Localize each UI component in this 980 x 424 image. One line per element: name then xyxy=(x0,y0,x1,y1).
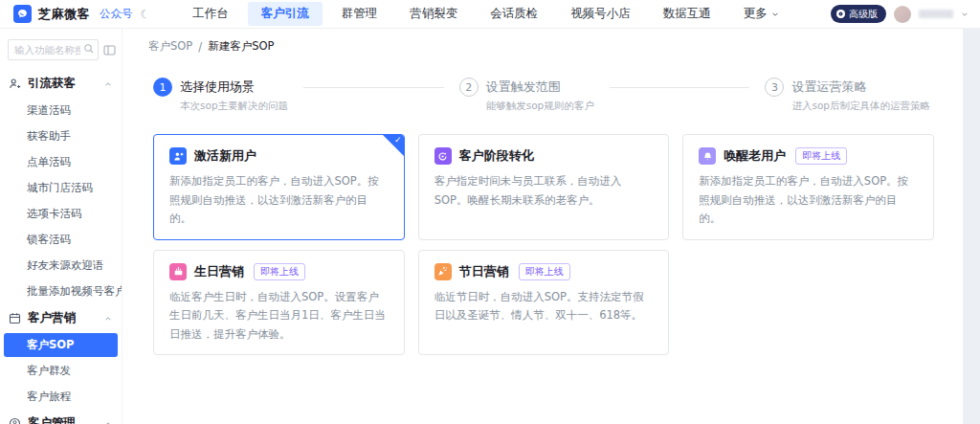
calendar-icon xyxy=(9,312,21,324)
official-account-link[interactable]: 公众号 xyxy=(100,7,133,21)
sidebar-item-order-qrcode[interactable]: 点单活码 xyxy=(0,149,122,175)
chevron-up-icon xyxy=(104,420,112,424)
breadcrumb-separator: / xyxy=(198,40,202,54)
vip-icon xyxy=(836,10,845,18)
convert-icon xyxy=(434,147,452,165)
app-root: 芝麻微客 公众号 ☾ 工作台 客户引流 群管理 营销裂变 会话质检 视频号小店 … xyxy=(0,0,980,424)
step-title: 设置触发范围 xyxy=(486,78,594,97)
stepper: 1 选择使用场景 本次sop主要解决的问题 2 设置触发范围 能够触发sop规则… xyxy=(153,78,930,113)
sidebar-item-lock-customer-qrcode[interactable]: 锁客活码 xyxy=(0,227,122,253)
scenario-card-birthday-marketing[interactable]: 生日营销 即将上线 临近客户生日时，自动进入SOP。设置客户生日前几天、客户生日… xyxy=(153,250,405,356)
nav-item-channels-shop[interactable]: 视频号小店 xyxy=(557,2,644,26)
nav-item-chat-inspection[interactable]: 会话质检 xyxy=(477,2,551,26)
sidebar-item-customer-mass-send[interactable]: 客户群发 xyxy=(0,358,122,384)
app-logo-icon[interactable] xyxy=(13,5,32,23)
coming-soon-badge: 即将上线 xyxy=(254,263,305,280)
crescent-icon[interactable]: ☾ xyxy=(141,9,151,20)
check-icon: ✓ xyxy=(394,135,402,145)
nav-item-more[interactable]: 更多 xyxy=(730,2,792,26)
sidebar-item-customer-journey[interactable]: 客户旅程 xyxy=(0,384,122,410)
sidebar-item-city-store-qrcode[interactable]: 城市门店活码 xyxy=(0,175,122,201)
step-description: 进入sop后制定具体的运营策略 xyxy=(791,100,930,113)
scenario-card-grid: ✓ 激活新用户 新添加指定员工的客户，自动进入SOP。按照规则自动推送，以达到激… xyxy=(153,134,934,355)
sidebar-section-customer-management[interactable]: 客户管理 xyxy=(0,410,122,424)
sidebar-item-acquisition-assistant[interactable]: 获客助手 xyxy=(0,123,122,149)
card-title: 激活新用户 xyxy=(194,147,256,165)
sidebar-item-channel-qrcode[interactable]: 渠道活码 xyxy=(0,98,122,123)
breadcrumb-parent[interactable]: 客户SOP xyxy=(148,39,192,54)
scenario-card-customer-stage-conversion[interactable]: 客户阶段转化 客户指定时间未与员工联系，自动进入SOP。唤醒长期未联系的老客户。 xyxy=(418,134,670,240)
collapse-sidebar-icon[interactable] xyxy=(103,44,116,56)
step-number: 1 xyxy=(153,78,172,97)
nav-item-marketing-fission[interactable]: 营销裂变 xyxy=(396,2,471,26)
breadcrumb-current: 新建客户SOP xyxy=(208,39,274,54)
nav-item-data-connect[interactable]: 数据互通 xyxy=(650,2,724,26)
scenario-card-activate-new-users[interactable]: ✓ 激活新用户 新添加指定员工的客户，自动进入SOP。按照规则自动推送，以达到激… xyxy=(153,134,405,240)
card-description: 新添加指定员工的客户，自动进入SOP。按照规则自动推送，以达到激活新客户的目的。 xyxy=(699,172,918,229)
bell-icon xyxy=(699,147,716,165)
nav-item-workbench[interactable]: 工作台 xyxy=(179,2,242,26)
nav-more-label: 更多 xyxy=(744,6,768,22)
chevron-up-icon xyxy=(104,80,112,88)
nav-item-group-management[interactable]: 群管理 xyxy=(328,2,391,26)
party-popper-icon xyxy=(434,263,452,280)
user-add-icon xyxy=(9,78,21,90)
cake-icon xyxy=(169,263,187,280)
sidebar-section-title: 客户营销 xyxy=(28,310,98,326)
nav-item-customer-acquisition[interactable]: 客户引流 xyxy=(248,2,323,26)
step-connector xyxy=(303,87,444,88)
user-menu-chevron-icon[interactable] xyxy=(961,11,969,18)
step-title: 选择使用场景 xyxy=(180,78,288,97)
user-manage-icon xyxy=(9,417,21,424)
card-description: 新添加指定员工的客户，自动进入SOP。按照规则自动推送，以达到激活新客户的目的。 xyxy=(169,172,389,229)
step-3-operation-strategy: 3 设置运营策略 进入sop后制定具体的运营策略 xyxy=(765,78,930,113)
sidebar-item-customer-sop[interactable]: 客户SOP xyxy=(4,333,118,357)
step-connector xyxy=(610,87,750,88)
card-description: 客户指定时间未与员工联系，自动进入SOP。唤醒长期未联系的老客户。 xyxy=(434,172,654,210)
scrollbar[interactable] xyxy=(963,29,980,424)
sidebar-section-customer-marketing[interactable]: 客户营销 xyxy=(0,304,122,332)
step-1-choose-scenario: 1 选择使用场景 本次sop主要解决的问题 xyxy=(153,78,288,113)
sidebar-section-title: 引流获客 xyxy=(28,76,98,92)
step-title: 设置运营策略 xyxy=(791,78,930,97)
card-title: 唤醒老用户 xyxy=(724,147,786,165)
sidebar-item-friend-source-greeting[interactable]: 好友来源欢迎语 xyxy=(0,253,122,279)
sidebar-section-acquisition[interactable]: 引流获客 xyxy=(0,70,122,98)
coming-soon-badge: 即将上线 xyxy=(795,147,847,165)
topbar: 芝麻微客 公众号 ☾ 工作台 客户引流 群管理 营销裂变 会话质检 视频号小店 … xyxy=(0,0,980,29)
chevron-down-icon xyxy=(771,11,779,18)
card-description: 临近客户生日时，自动进入SOP。设置客户生日前几天、客户生日当月1日、客户生日当… xyxy=(169,288,389,345)
step-number: 3 xyxy=(765,78,784,97)
breadcrumb: 客户SOP / 新建客户SOP xyxy=(122,29,963,54)
user-add-icon xyxy=(169,147,187,165)
user-name-masked xyxy=(919,10,953,18)
plan-badge-label: 高级版 xyxy=(849,8,878,21)
step-description: 本次sop主要解决的问题 xyxy=(180,100,288,113)
sidebar-section-title: 客户管理 xyxy=(28,415,98,424)
topbar-right: 高级版 xyxy=(831,5,969,23)
chevron-up-icon xyxy=(104,315,112,323)
coming-soon-badge: 即将上线 xyxy=(519,263,570,280)
step-2-trigger-scope: 2 设置触发范围 能够触发sop规则的客户 xyxy=(459,78,594,113)
plan-badge[interactable]: 高级版 xyxy=(831,5,886,23)
card-description: 临近节日时，自动进入SOP。支持法定节假日以及圣诞节、情人节、双十一、618等。 xyxy=(434,288,654,325)
scenario-card-holiday-marketing[interactable]: 节日营销 即将上线 临近节日时，自动进入SOP。支持法定节假日以及圣诞节、情人节… xyxy=(418,250,670,356)
top-navigation: 工作台 客户引流 群管理 营销裂变 会话质检 视频号小店 数据互通 更多 xyxy=(179,2,792,26)
step-number: 2 xyxy=(459,78,479,97)
sidebar-item-tab-qrcode[interactable]: 选项卡活码 xyxy=(0,201,122,227)
avatar[interactable] xyxy=(894,6,911,23)
scenario-card-wake-old-users[interactable]: 唤醒老用户 即将上线 新添加指定员工的客户，自动进入SOP。按照规则自动推送，以… xyxy=(682,134,934,240)
step-description: 能够触发sop规则的客户 xyxy=(486,100,594,113)
card-title: 节日营销 xyxy=(459,263,509,280)
card-title: 客户阶段转化 xyxy=(459,147,534,165)
sidebar: 引流获客 渠道活码 获客助手 点单活码 城市门店活码 选项卡活码 锁客活码 好友… xyxy=(0,29,122,424)
card-title: 生日营销 xyxy=(194,263,244,280)
search-icon xyxy=(83,43,95,55)
main-content: 客户SOP / 新建客户SOP 1 选择使用场景 本次sop主要解决的问题 2 xyxy=(122,29,980,424)
sidebar-item-batch-add-channels-customer[interactable]: 批量添加视频号客户 xyxy=(0,279,122,304)
brand-name: 芝麻微客 xyxy=(38,6,90,23)
